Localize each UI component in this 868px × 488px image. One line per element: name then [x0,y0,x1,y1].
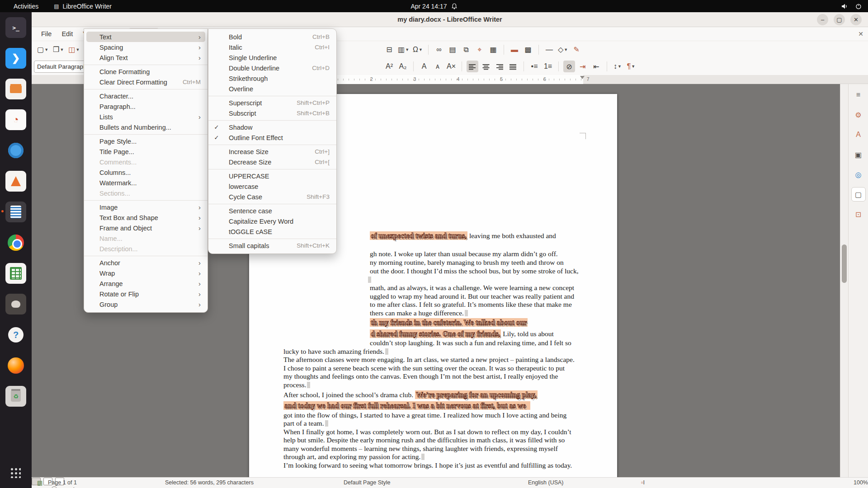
menu-item-increase-size[interactable]: Increase SizeCtrl+] [211,146,334,157]
horizontal-line-icon[interactable]: — [543,44,555,56]
menu-item-small-capitals[interactable]: Small capitalsShift+Ctrl+K [211,240,334,251]
menu-item-wrap[interactable]: Wrap› [86,268,205,278]
menu-item-shadow[interactable]: ✓Shadow [211,122,334,132]
document-modified-icon[interactable]: ▤ [37,479,42,486]
align-right-icon[interactable] [494,61,505,72]
menu-item-single-underline[interactable]: Single Underline [211,52,334,63]
no-list-icon[interactable]: ⊘ [563,61,575,72]
styles-icon[interactable]: A [851,127,866,142]
insert-cross-reference-icon[interactable]: ▦ [487,44,499,56]
insert-endnote-icon[interactable]: ⧉ [460,44,472,56]
menubar-item-file[interactable]: File [36,28,57,39]
insert-bookmark-icon[interactable]: ⌖ [474,44,486,56]
numbered-list-icon[interactable]: 1≡ [542,61,554,72]
menu-item-sentence-case[interactable]: Sentence case [211,206,334,216]
insert-field-icon[interactable]: ▥▼ [397,44,410,56]
files-icon[interactable] [5,79,26,99]
paragraph-spacing-icon[interactable]: ¶▼ [625,61,637,72]
terminal-icon[interactable]: >_ [5,17,26,38]
chromium-icon[interactable] [5,140,26,161]
page-icon[interactable]: ▢ [851,187,866,202]
new-document-icon[interactable]: ▢▼ [36,44,49,56]
vertical-scrollbar[interactable] [840,84,848,477]
subscript-icon[interactable]: A₂ [397,61,409,72]
help-icon[interactable]: ? [5,324,26,345]
writer-icon[interactable] [5,202,26,222]
menu-item-decrease-size[interactable]: Decrease SizeCtrl+[ [211,157,334,167]
gimp-icon[interactable] [5,294,26,314]
trash-icon[interactable]: ♻ [5,386,26,407]
chevron-down-icon[interactable]: ▼ [60,47,64,52]
navigator-icon[interactable]: ◎ [851,167,866,182]
style-inspector-icon[interactable]: ⊡ [851,207,866,221]
menu-item-strikethrough[interactable]: Strikethrough [211,73,334,84]
insert-comment-icon[interactable]: ▬ [509,44,520,56]
menu-item-text[interactable]: Text› [86,32,205,42]
menu-item-superscript[interactable]: SuperscriptShift+Ctrl+P [211,98,334,108]
selection-mode-status[interactable]: ▫I [641,479,645,486]
menu-item-uppercase[interactable]: UPPERCASE [211,171,334,181]
chevron-down-icon[interactable]: ▼ [75,47,80,52]
system-status-area[interactable] [841,0,862,12]
firefox-icon[interactable] [5,355,26,376]
chevron-down-icon[interactable]: ▼ [405,47,409,52]
insert-hyperlink-icon[interactable]: ∞ [433,44,445,56]
gallery-icon[interactable]: ▣ [851,147,866,162]
calc-icon[interactable] [5,263,26,284]
menubar-item-edit[interactable]: Edit [57,28,78,39]
menu-item-page-style[interactable]: Page Style... [86,136,205,146]
menu-item-watermark[interactable]: Watermark... [86,178,205,188]
menu-item-align-text[interactable]: Align Text› [86,52,205,63]
menu-item-clear-direct-formatting[interactable]: Clear Direct FormattingCtrl+M [86,77,205,87]
page-count-status[interactable]: Page 1 of 1 [48,479,77,486]
focused-app-menu[interactable]: ▤ LibreOffice Writer [54,3,112,10]
vscode-icon[interactable]: ❯ [5,48,26,69]
menu-item-double-underline[interactable]: Double UnderlineCtrl+D [211,63,334,73]
menu-item-italic[interactable]: ItalicCtrl+I [211,42,334,52]
close-button[interactable]: ✕ [850,14,862,25]
insert-footnote-icon[interactable]: ▤ [447,44,458,56]
chevron-down-icon[interactable]: ▼ [631,64,635,69]
window-titlebar[interactable]: my diary.docx - LibreOffice Writer – ▢ ✕ [32,12,868,27]
chevron-down-icon[interactable]: ▼ [618,64,622,69]
menu-item-frame-and-object[interactable]: Frame and Object› [86,223,205,233]
menu-item-bullets-and-numbering[interactable]: Bullets and Numbering... [86,122,205,132]
increase-indent-icon[interactable]: ⇥ [577,61,589,72]
word-count-status[interactable]: Selected: 56 words, 295 characters [165,479,254,486]
menu-item-character[interactable]: Character... [86,91,205,101]
chevron-down-icon[interactable]: ▼ [44,47,48,52]
justify-icon[interactable] [507,61,519,72]
align-center-icon[interactable] [480,61,492,72]
scrollbar-thumb[interactable] [842,244,847,283]
menu-item-rotate-or-flip[interactable]: Rotate or Flip› [86,289,205,299]
insert-special-character-icon[interactable]: Ω▼ [412,44,424,56]
decrease-indent-icon[interactable]: ⇤ [590,61,602,72]
decrease-size-icon[interactable]: ᴀ [432,61,443,72]
menu-item-group[interactable]: Group› [86,299,205,310]
language-status[interactable]: English (USA) [528,479,564,486]
menu-item-bold[interactable]: BoldCtrl+B [211,32,334,42]
menu-item-anchor[interactable]: Anchor› [86,258,205,268]
properties-icon[interactable]: ⚙ [851,108,866,122]
align-left-icon[interactable] [467,61,478,72]
zoom-out-button[interactable]: − [32,485,35,488]
vlc-icon[interactable] [5,171,26,192]
superscript-icon[interactable]: A² [383,61,395,72]
menu-item-subscript[interactable]: SubscriptShift+Ctrl+B [211,108,334,118]
basic-shapes-icon[interactable]: ◇▼ [557,44,569,56]
close-document-icon[interactable]: ✕ [858,30,863,38]
chevron-down-icon[interactable]: ▼ [419,47,423,52]
page-style-status[interactable]: Default Page Style [344,479,391,486]
zoom-slider-knob[interactable] [52,486,57,488]
insert-page-break-icon[interactable]: ⊟ [383,44,395,56]
increase-size-icon[interactable]: A [418,61,430,72]
impress-icon[interactable]: ◔ [5,109,26,130]
menu-item-columns[interactable]: Columns... [86,167,205,178]
save-icon[interactable]: ◫▼ [67,44,80,56]
minimize-button[interactable]: – [817,14,828,25]
menu-item-paragraph[interactable]: Paragraph... [86,101,205,112]
chrome-icon[interactable] [5,232,26,253]
line-spacing-icon[interactable]: ↕▼ [612,61,623,72]
chevron-down-icon[interactable]: ▼ [564,47,568,52]
track-changes-icon[interactable]: ▩ [522,44,534,56]
